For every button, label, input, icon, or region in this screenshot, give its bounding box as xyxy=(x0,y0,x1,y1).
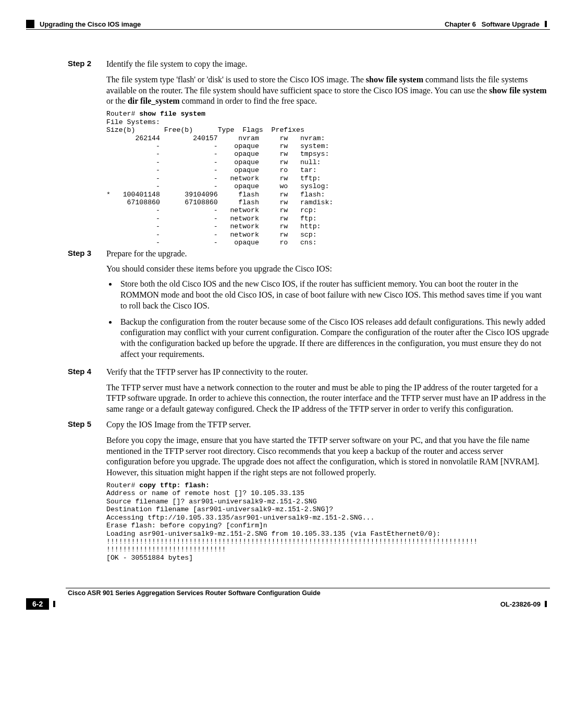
terminal-output: Router# show file system File Systems: S… xyxy=(106,110,549,246)
step-body: Copy the IOS Image from the TFTP server.… xyxy=(106,419,549,562)
step-2: Step 2 Identify the file system to copy … xyxy=(26,59,550,247)
page-footer: Cisco ASR 901 Series Aggregation Service… xyxy=(26,588,550,610)
page-header: Upgrading the Cisco IOS image Chapter 6 … xyxy=(26,20,550,28)
text: The file system type 'flash' or 'disk' i… xyxy=(106,75,366,84)
header-rule xyxy=(26,29,550,30)
step-label: Step 4 xyxy=(68,367,104,376)
step-title: Prepare for the upgrade. xyxy=(106,249,549,260)
prompt: Router# xyxy=(106,110,139,118)
step-title: Identify the file system to copy the ima… xyxy=(106,59,549,70)
cmd: show file system xyxy=(489,86,546,95)
output: File Systems: Size(b) Free(b) Type Flags… xyxy=(106,118,333,247)
text: command in order to find the free space. xyxy=(180,96,317,105)
list-item: Backup the configuration from the router… xyxy=(117,317,549,360)
header-section-title: Upgrading the Cisco IOS image xyxy=(40,20,141,28)
footer-title: Cisco ASR 901 Series Aggregation Service… xyxy=(68,589,550,597)
footer-tick-right-icon xyxy=(545,601,547,607)
step-body: Verify that the TFTP server has IP conne… xyxy=(106,367,549,418)
step-title: Verify that the TFTP server has IP conne… xyxy=(106,367,549,378)
output: Address or name of remote host []? 10.10… xyxy=(106,489,478,562)
step-body: Identify the file system to copy the ima… xyxy=(106,59,549,247)
step-label: Step 5 xyxy=(68,419,104,428)
doc-code-text: OL-23826-09 xyxy=(500,600,541,608)
step-para: Before you copy the image, ensure that y… xyxy=(106,435,549,478)
prompt: Router# xyxy=(106,482,139,489)
header-left: Upgrading the Cisco IOS image xyxy=(26,20,141,28)
doc-code: OL-23826-09 xyxy=(500,600,550,608)
footer-bottom: 6-2 OL-23826-09 xyxy=(26,598,550,610)
step-label: Step 3 xyxy=(68,249,104,257)
cmd: dir file_system xyxy=(128,96,180,105)
header-chapter-label: Chapter 6 xyxy=(445,20,476,28)
step-4: Step 4 Verify that the TFTP server has I… xyxy=(26,367,550,418)
step-para: The TFTP server must have a network conn… xyxy=(106,382,549,415)
command: show file system xyxy=(139,110,205,118)
step-3: Step 3 Prepare for the upgrade. You shou… xyxy=(26,249,550,365)
cmd: show file system xyxy=(366,75,423,84)
step-label: Step 2 xyxy=(68,59,104,68)
step-para: You should consider these items before y… xyxy=(106,264,549,275)
bullet-list: Store both the old Cisco IOS and the new… xyxy=(106,279,549,360)
header-tick-icon xyxy=(545,21,547,27)
page-number: 6-2 xyxy=(26,598,49,610)
footer-rule xyxy=(66,588,550,588)
terminal-output: Router# copy tftp: flash: Address or nam… xyxy=(106,482,549,562)
text: or the xyxy=(106,96,128,105)
list-item: Store both the old Cisco IOS and the new… xyxy=(117,279,549,311)
page-number-badge: 6-2 xyxy=(26,598,55,610)
step-para: The file system type 'flash' or 'disk' i… xyxy=(106,75,549,107)
step-body: Prepare for the upgrade. You should cons… xyxy=(106,249,549,365)
footer-tick-left-icon xyxy=(53,601,55,607)
step-title: Copy the IOS Image from the TFTP server. xyxy=(106,419,549,430)
header-marker-icon xyxy=(26,20,34,28)
command: copy tftp: flash: xyxy=(139,482,210,489)
header-chapter-title: Software Upgrade xyxy=(482,20,540,28)
header-right: Chapter 6 Software Upgrade xyxy=(445,20,550,28)
step-5: Step 5 Copy the IOS Image from the TFTP … xyxy=(26,419,550,562)
